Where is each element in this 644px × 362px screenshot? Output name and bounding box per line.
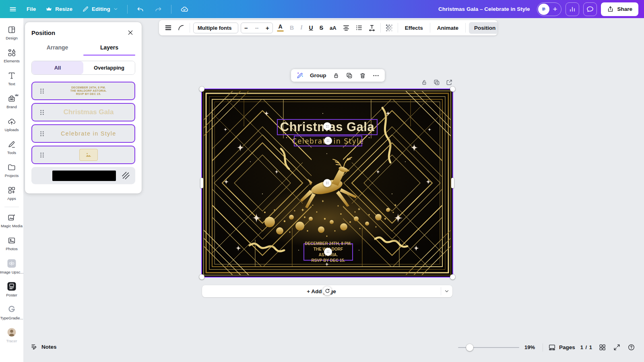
- layer-item-details-text[interactable]: DECEMBER 24TH, 8 PM. THE WALDORF ASTORIA…: [31, 82, 135, 100]
- delete-button[interactable]: [357, 70, 369, 81]
- resize-handle-left[interactable]: [200, 178, 203, 188]
- layer-item-subtitle-text[interactable]: Celebrate in Style: [31, 124, 135, 143]
- redo-button[interactable]: [150, 2, 166, 16]
- sidebar-item-projects[interactable]: Projects: [0, 159, 23, 182]
- animate-button[interactable]: Animate: [433, 22, 462, 34]
- comments-button[interactable]: [583, 2, 597, 16]
- grid-view-button[interactable]: [598, 343, 607, 352]
- more-options-button[interactable]: [370, 70, 382, 81]
- layer-item-background[interactable]: [31, 167, 135, 184]
- file-menu-button[interactable]: File: [23, 3, 40, 15]
- position-button[interactable]: Position: [469, 22, 497, 34]
- rotate-handle[interactable]: [323, 286, 332, 295]
- layer-item-title-text[interactable]: Christmas Gala: [31, 103, 135, 121]
- bold-button[interactable]: B: [288, 23, 296, 33]
- move-handle[interactable]: [323, 179, 331, 187]
- share-label: Share: [617, 6, 632, 12]
- help-button[interactable]: [627, 343, 636, 352]
- main-menu-button[interactable]: [5, 2, 21, 16]
- lock-page-button[interactable]: [420, 78, 428, 86]
- add-page-button[interactable]: + Add page: [202, 285, 441, 297]
- add-page-dropdown-button[interactable]: [441, 285, 452, 297]
- curve-text-button[interactable]: [176, 23, 186, 33]
- font-size-value[interactable]: --: [251, 25, 262, 31]
- effects-button[interactable]: Effects: [401, 22, 427, 34]
- more-dots-icon: [372, 72, 380, 79]
- drag-handle-icon[interactable]: [39, 130, 45, 137]
- alignment-button[interactable]: [341, 23, 351, 33]
- avatar-logo: [541, 6, 547, 12]
- document-title[interactable]: Christmas Gala – Celebrate in Style: [438, 6, 530, 12]
- layer-item-image[interactable]: [31, 146, 135, 164]
- duplicate-page-button[interactable]: [433, 78, 441, 86]
- text-color-button[interactable]: A: [275, 23, 285, 33]
- resize-handle-bottom-left[interactable]: [199, 274, 204, 280]
- pencil-icon: [82, 6, 89, 12]
- zoom-level[interactable]: 19%: [524, 344, 537, 350]
- list-button[interactable]: [354, 23, 364, 33]
- sidebar-item-tools[interactable]: Tools: [0, 136, 23, 159]
- sidebar-item-uploads[interactable]: Uploads: [0, 113, 23, 136]
- sidebar-item-image-upscaler[interactable]: Image Upsc...: [0, 255, 23, 278]
- zoom-slider[interactable]: [458, 343, 519, 352]
- sidebar-item-text[interactable]: Text: [0, 67, 23, 90]
- drag-handle-icon[interactable]: [39, 109, 45, 116]
- avatar[interactable]: [538, 4, 549, 15]
- comment-bubble-icon: [586, 5, 594, 13]
- invite-member-button[interactable]: +: [549, 4, 560, 14]
- pages-button[interactable]: Pages: [548, 343, 575, 351]
- italic-button[interactable]: I: [298, 23, 304, 33]
- transparency-button[interactable]: [384, 23, 394, 33]
- cloud-save-status-button[interactable]: [176, 2, 192, 16]
- move-handle[interactable]: [324, 248, 332, 256]
- close-panel-button[interactable]: [126, 28, 135, 37]
- undo-button[interactable]: [132, 2, 149, 16]
- decrease-font-size-button[interactable]: −: [241, 25, 251, 31]
- lock-button[interactable]: [330, 70, 342, 81]
- move-handle[interactable]: [324, 137, 332, 145]
- drag-handle-icon[interactable]: [39, 88, 45, 95]
- sidebar-item-poster[interactable]: Poster: [0, 278, 23, 301]
- sidebar-item-magic-media[interactable]: Magic Media: [0, 209, 23, 232]
- bullet-list-icon: [355, 24, 363, 32]
- font-selector[interactable]: Multiple fonts: [193, 23, 238, 33]
- filter-overlapping[interactable]: Overlapping: [83, 61, 135, 74]
- group-button[interactable]: Group: [308, 71, 329, 80]
- resize-handle-top-right[interactable]: [450, 86, 455, 92]
- sidebar-item-brand[interactable]: Brand: [0, 90, 23, 113]
- drag-handle-icon[interactable]: [39, 152, 45, 158]
- image-placeholder-icon: [85, 152, 92, 158]
- editing-mode-button[interactable]: Editing: [78, 2, 122, 16]
- sidebar-item-elements[interactable]: Elements: [0, 44, 23, 67]
- sidebar-item-tracer[interactable]: Tracer: [0, 324, 23, 347]
- sidebar-item-apps[interactable]: Apps: [0, 182, 23, 205]
- type-gradient-icon: [7, 304, 17, 314]
- tab-layers[interactable]: Layers: [83, 41, 135, 56]
- sidebar-item-photos[interactable]: Photos: [0, 232, 23, 255]
- app-sidebar: Design Elements Text Brand Uploads Tools…: [0, 18, 23, 362]
- resize-handle-right[interactable]: [451, 178, 454, 188]
- text-case-button[interactable]: aA: [328, 23, 339, 33]
- filter-all[interactable]: All: [32, 61, 83, 74]
- text-spacing-button[interactable]: [163, 23, 173, 33]
- sidebar-item-design[interactable]: Design: [0, 21, 23, 44]
- sidebar-item-type-gradient[interactable]: TypeGradie...: [0, 301, 23, 324]
- zoom-slider-thumb[interactable]: [466, 344, 473, 351]
- resize-handle-top-left[interactable]: [199, 86, 204, 92]
- tab-arrange[interactable]: Arrange: [31, 41, 83, 56]
- resize-button[interactable]: Resize: [41, 2, 76, 16]
- design-page[interactable]: Christmas Gala Celebrate in Style DECEMB…: [202, 89, 452, 277]
- insights-button[interactable]: [566, 2, 579, 16]
- fullscreen-button[interactable]: [612, 343, 621, 352]
- resize-handle-bottom-right[interactable]: [450, 274, 455, 280]
- strikethrough-button[interactable]: S: [318, 23, 325, 33]
- increase-font-size-button[interactable]: +: [262, 25, 272, 31]
- magic-edit-button[interactable]: [294, 70, 306, 81]
- share-button[interactable]: Share: [601, 2, 638, 16]
- expand-page-button[interactable]: [445, 78, 453, 86]
- duplicate-button[interactable]: [343, 70, 355, 81]
- underline-button[interactable]: U: [307, 23, 315, 33]
- notes-button[interactable]: Notes: [31, 343, 57, 350]
- letter-spacing-button[interactable]: [367, 23, 377, 33]
- move-handle[interactable]: [323, 122, 331, 130]
